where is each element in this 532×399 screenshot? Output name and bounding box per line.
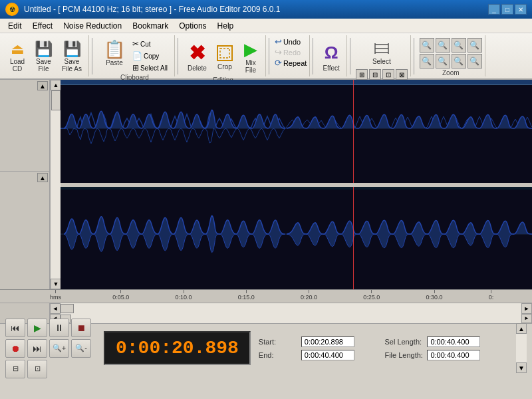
zoom-fit-button[interactable]: 🔍 — [452, 38, 466, 53]
load-cd-label: LoadCD — [10, 58, 25, 72]
save-file-as-label: SaveFile As — [62, 58, 82, 72]
record-button[interactable]: ⏺ — [5, 339, 25, 358]
right-scroll-up[interactable]: ▲ — [516, 323, 527, 334]
zoom-fit-transport[interactable]: ⊟ — [5, 360, 25, 378]
go-end-button[interactable]: ⏭ — [27, 339, 47, 358]
scroll-up-button[interactable]: ▲ — [51, 80, 61, 90]
info-panel: Start: 0:00:20.898 Sel Length: 0:00:40.4… — [256, 334, 511, 363]
copy-button[interactable]: 📄 Copy — [130, 50, 170, 62]
scroll-down-button[interactable]: ▼ — [51, 279, 61, 289]
select-zoom3[interactable]: ⊡ — [382, 69, 394, 80]
window-title: Untitled - [ PCM 44100 Hz; 16 bit; stere… — [24, 5, 488, 14]
paste-button[interactable]: 📋 Paste — [100, 38, 129, 69]
zoom-out-button[interactable]: 🔍 — [436, 38, 450, 53]
hscroll2-track[interactable] — [61, 314, 521, 323]
zoom-sel-v-button[interactable]: 🔍 — [467, 54, 482, 68]
stop-button[interactable]: ⏹ — [71, 319, 91, 337]
toolbar-group-editing: ✖ Delete Crop ▶ MixFile Editing — [181, 35, 266, 76]
hscroll2-right-button[interactable]: ► — [521, 314, 532, 323]
zoom-in-button[interactable]: 🔍 — [420, 38, 434, 53]
toolbar: ⏏ LoadCD 💾 SaveFile 💾 SaveFile As 📋 Past… — [0, 33, 532, 80]
delete-button[interactable]: ✖ Delete — [184, 41, 211, 74]
timeline: hms 0:05.0 0:10.0 0:15.0 0:20.0 0:25.0 0… — [0, 289, 532, 303]
load-cd-button[interactable]: ⏏ LoadCD — [5, 39, 29, 75]
mix-file-label: MixFile — [245, 59, 256, 74]
maximize-button[interactable]: □ — [501, 4, 513, 15]
effect-button[interactable]: Ω Effect — [319, 40, 343, 74]
right-scroll-track[interactable] — [516, 334, 527, 362]
play-button[interactable]: ▶ — [27, 319, 47, 337]
cut-label: Cut — [140, 41, 151, 48]
undo-button[interactable]: ↩ Undo — [275, 37, 301, 47]
zoom-in-transport[interactable]: 🔍+ — [49, 339, 69, 358]
zoom-in-v-button[interactable]: 🔍 — [420, 54, 434, 68]
scroll-track[interactable] — [51, 90, 61, 279]
track1-collapse-button[interactable]: ▲ — [37, 81, 48, 90]
sel-length-row: Sel Length: 0:00:40.400 — [384, 336, 508, 347]
track2-waveform[interactable] — [61, 187, 532, 290]
menu-noise-reduction[interactable]: Noise Reduction — [58, 20, 127, 32]
right-scroll-down[interactable]: ▼ — [516, 362, 527, 373]
menu-options[interactable]: Options — [174, 20, 211, 32]
track1-waveform[interactable] — [61, 80, 532, 183]
zoom-out-v-button[interactable]: 🔍 — [436, 54, 450, 68]
toolbar-group-effect: Ω Effect — [316, 35, 346, 76]
select-zoom1[interactable]: ⊞ — [356, 69, 368, 80]
toolbar-group-undo: ↩ Undo ↪ Redo ⟳ Repeat — [272, 35, 310, 76]
zoom-sel-transport[interactable]: ⊡ — [27, 360, 47, 378]
select-zoom2[interactable]: ⊟ — [369, 69, 381, 80]
select-buttons: Select ⊞ ⊟ ⊡ ⊠ — [356, 35, 408, 80]
timeline-inner: hms 0:05.0 0:10.0 0:15.0 0:20.0 0:25.0 0… — [50, 290, 532, 303]
hscroll-right-button[interactable]: ► — [521, 303, 532, 314]
waveform-area — [61, 80, 532, 289]
minimize-button[interactable]: _ — [488, 4, 500, 15]
select-all-button[interactable]: ⊞ Select All — [130, 62, 170, 74]
zoom-buttons: 🔍 🔍 🔍 🔍 🔍 🔍 🔍 🔍 — [420, 35, 482, 69]
save-file-as-button[interactable]: 💾 SaveFile As — [58, 39, 86, 75]
select-button[interactable]: Select — [368, 38, 395, 68]
crop-icon — [216, 45, 233, 62]
tick-5s: 0:05.0 — [112, 290, 129, 301]
undo-buttons: ↩ Undo ↪ Redo ⟳ Repeat — [275, 35, 307, 76]
file-length-label: File Length: — [384, 351, 424, 359]
delete-label: Delete — [188, 65, 207, 72]
menu-edit[interactable]: Edit — [3, 20, 27, 32]
right-scrollbar[interactable]: ▲ ▼ — [516, 323, 527, 373]
go-start-button[interactable]: ⏮ — [5, 319, 25, 337]
tick-20s: 0:20.0 — [301, 290, 317, 301]
close-button[interactable]: ✕ — [515, 4, 527, 15]
zoom-select-button[interactable]: 🔍 — [467, 38, 482, 53]
pause-button[interactable]: ⏸ — [49, 319, 69, 337]
status-bar: ⏮ ▶ ⏸ ⏹ ⏺ ⏭ 🔍+ 🔍- ⊟ ⊡ 0:00:20.898 Start:… — [0, 323, 532, 372]
sel-length-label: Sel Length: — [384, 338, 424, 346]
zoom-out-transport[interactable]: 🔍- — [71, 339, 91, 358]
select-zoom4[interactable]: ⊠ — [396, 69, 408, 80]
clipboard-buttons: 📋 Paste ✂ Cut 📄 Copy ⊞ Select All — [100, 35, 170, 74]
cut-button[interactable]: ✂ Cut — [130, 38, 170, 50]
track2-collapse-button[interactable]: ▲ — [37, 173, 48, 182]
menu-help[interactable]: Help — [212, 20, 239, 32]
horizontal-scrollbar[interactable]: ◄ ► — [0, 303, 532, 313]
copy-icon: 📄 — [132, 51, 142, 61]
effect-buttons: Ω Effect — [319, 35, 343, 76]
hscroll-thumb[interactable] — [61, 304, 74, 313]
vertical-scrollbar[interactable]: ▲ ▼ — [50, 80, 61, 289]
menu-effect[interactable]: Effect — [27, 20, 58, 32]
save-file-button[interactable]: 💾 SaveFile — [31, 39, 57, 75]
end-row: End: 0:00:40.400 — [259, 350, 382, 360]
hscroll-track[interactable] — [61, 303, 521, 314]
redo-button[interactable]: ↪ Redo — [275, 47, 301, 57]
track-panel: ▲ ▲ — [0, 80, 50, 289]
undo-icon: ↩ — [275, 37, 282, 47]
save-file-as-icon: 💾 — [63, 42, 81, 57]
crop-button[interactable]: Crop — [212, 42, 237, 73]
repeat-button[interactable]: ⟳ Repeat — [275, 58, 307, 68]
menu-bar: Edit Effect Noise Reduction Bookmark Opt… — [0, 19, 532, 33]
scroll-thumb[interactable] — [51, 90, 61, 110]
select-all-icon: ⊞ — [132, 63, 139, 72]
start-row: Start: 0:00:20.898 — [259, 336, 382, 347]
zoom-fit-v-button[interactable]: 🔍 — [452, 54, 466, 68]
hscroll-left-button[interactable]: ◄ — [50, 303, 61, 314]
mix-file-button[interactable]: ▶ MixFile — [239, 38, 263, 76]
menu-bookmark[interactable]: Bookmark — [127, 20, 174, 32]
